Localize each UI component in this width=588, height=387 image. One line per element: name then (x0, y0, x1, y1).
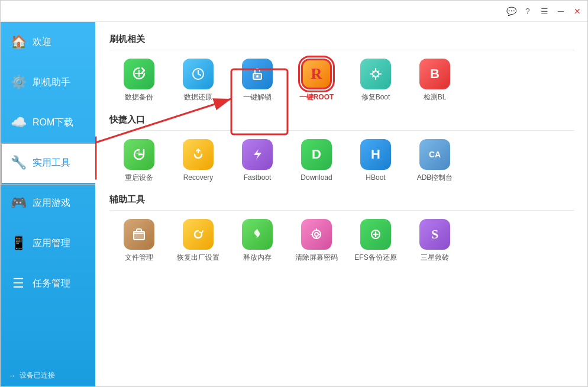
svg-rect-10 (95, 137, 96, 179)
tool-data-backup[interactable]: 数据备份 (115, 59, 163, 102)
sidebar-item-task-manage[interactable]: ☰ 任务管理 (1, 263, 95, 304)
free-memory-icon (242, 219, 273, 250)
tool-one-key-root[interactable]: R 一键ROOT (293, 59, 340, 102)
sidebar-item-label: 应用游戏 (33, 197, 70, 209)
tool-restart-device[interactable]: 重启设备 (115, 139, 163, 183)
connection-icon: ↔ (9, 372, 16, 380)
sidebar-item-label: 实用工具 (33, 157, 70, 169)
tool-adb-console[interactable]: CA ADB控制台 (411, 139, 458, 183)
svg-point-6 (315, 233, 318, 236)
efs-backup-label: EFS备份还原 (354, 253, 396, 263)
recovery-icon (183, 139, 214, 170)
fastboot-label: Fastboot (244, 173, 272, 183)
factory-reset-label: 恢复出厂设置 (177, 253, 219, 263)
app-manage-icon: 📱 (10, 236, 27, 251)
data-backup-icon (124, 59, 154, 89)
tool-efs-backup[interactable]: EFS备份还原 (352, 219, 399, 263)
tool-free-memory[interactable]: 释放内存 (234, 219, 281, 263)
restart-device-label: 重启设备 (125, 173, 153, 183)
title-bar-icons: 💬 ? ☰ ─ ✕ (505, 5, 584, 18)
clear-screen-pwd-label: 清除屏幕密码 (295, 253, 338, 263)
svg-point-8 (374, 233, 377, 236)
tool-download[interactable]: D Download (293, 139, 340, 183)
app-games-icon: 🎮 (10, 195, 27, 211)
sidebar-item-label: 应用管理 (33, 237, 70, 250)
adb-console-icon: CA (419, 139, 450, 170)
fix-boot-label: 修复Boot (361, 93, 390, 102)
file-manager-label: 文件管理 (125, 253, 153, 263)
chat-icon[interactable]: 💬 (505, 5, 518, 18)
task-manage-icon: ☰ (10, 276, 27, 291)
section-flash-related-title: 刷机相关 (109, 34, 574, 50)
svg-point-2 (256, 75, 259, 78)
section-quick-access: 快捷入口 重启设备 Recovery (109, 114, 574, 183)
content-area: 刷机相关 数据备份 数据还原 (95, 22, 588, 387)
flash-related-grid: 数据备份 数据还原 一键解锁 (115, 59, 574, 102)
minimize-icon[interactable]: ─ (554, 5, 567, 18)
section-flash-related: 刷机相关 数据备份 数据还原 (109, 34, 574, 102)
detect-bl-label: 检测BL (424, 93, 447, 102)
section-quick-access-title: 快捷入口 (109, 114, 574, 131)
sidebar-item-welcome[interactable]: 🏠 欢迎 (1, 22, 95, 62)
file-manager-icon (124, 219, 154, 250)
utility-tools-icon: 🔧 (10, 155, 27, 170)
help-icon[interactable]: ? (521, 5, 534, 18)
tool-data-restore[interactable]: 数据还原 (175, 59, 222, 102)
sidebar-item-app-games[interactable]: 🎮 应用游戏 (1, 183, 95, 223)
tool-recovery[interactable]: Recovery (175, 139, 222, 183)
rom-download-icon: ☁️ (10, 115, 27, 130)
section-assistant-tools: 辅助工具 文件管理 恢复出厂设置 (109, 194, 574, 263)
tool-unlock[interactable]: 一键解锁 (234, 59, 281, 102)
recovery-label: Recovery (183, 173, 214, 183)
app-window: 💬 ? ☰ ─ ✕ 🏠 欢迎 ⚙️ 刷机助手 ☁️ ROM下载 🔧 (1, 1, 588, 387)
tool-detect-bl[interactable]: B 检测BL (411, 59, 458, 102)
restart-device-icon (124, 139, 154, 170)
sidebar-item-label: 刷机助手 (33, 76, 70, 89)
data-restore-icon (183, 59, 214, 89)
sidebar-bottom-status: ↔ 设备已连接 (1, 363, 95, 387)
hboot-label: HBoot (366, 173, 385, 183)
detect-bl-icon: B (419, 59, 450, 89)
efs-backup-icon (360, 219, 391, 250)
sidebar-item-utility-tools[interactable]: 🔧 实用工具 (1, 143, 95, 183)
adb-console-label: ADB控制台 (417, 173, 453, 183)
welcome-icon: 🏠 (10, 34, 27, 50)
close-icon[interactable]: ✕ (571, 5, 584, 18)
free-memory-label: 释放内存 (243, 253, 272, 263)
clear-screen-pwd-icon (301, 219, 332, 250)
download-label: Download (301, 173, 332, 183)
main-layout: 🏠 欢迎 ⚙️ 刷机助手 ☁️ ROM下载 🔧 实用工具 🎮 应用游戏 📱 (1, 22, 588, 387)
tool-fix-boot[interactable]: 修复Boot (352, 59, 399, 102)
data-restore-label: 数据还原 (184, 93, 212, 102)
sidebar-item-label: ROM下载 (33, 117, 73, 129)
sidebar-item-label: 欢迎 (33, 36, 51, 49)
tool-hboot[interactable]: H HBoot (352, 139, 399, 183)
connection-status: 设备已连接 (20, 370, 55, 380)
samsung-rescue-icon: S (419, 219, 450, 250)
tool-file-manager[interactable]: 文件管理 (115, 219, 163, 263)
one-key-root-label: 一键ROOT (299, 93, 334, 102)
title-bar: 💬 ? ☰ ─ ✕ (1, 1, 588, 22)
sidebar-item-rom-download[interactable]: ☁️ ROM下载 (1, 102, 95, 143)
menu-icon[interactable]: ☰ (538, 5, 551, 18)
sidebar-item-flash-helper[interactable]: ⚙️ 刷机助手 (1, 62, 95, 102)
section-assistant-tools-title: 辅助工具 (109, 194, 574, 211)
fastboot-icon (242, 139, 273, 170)
one-key-root-icon: R (301, 59, 332, 89)
sidebar: 🏠 欢迎 ⚙️ 刷机助手 ☁️ ROM下载 🔧 实用工具 🎮 应用游戏 📱 (1, 22, 95, 387)
quick-access-grid: 重启设备 Recovery Fastboot (115, 139, 574, 183)
unlock-label: 一键解锁 (243, 93, 272, 102)
download-icon: D (301, 139, 332, 170)
sidebar-item-label: 任务管理 (33, 278, 70, 290)
samsung-rescue-label: 三星救砖 (421, 253, 449, 263)
data-backup-label: 数据备份 (125, 93, 153, 102)
assistant-tools-grid: 文件管理 恢复出厂设置 释放内存 (115, 219, 574, 263)
tool-samsung-rescue[interactable]: S 三星救砖 (411, 219, 458, 263)
flash-helper-icon: ⚙️ (10, 75, 27, 90)
hboot-icon: H (360, 139, 391, 170)
unlock-icon (242, 59, 273, 89)
tool-factory-reset[interactable]: 恢复出厂设置 (175, 219, 222, 263)
sidebar-item-app-manage[interactable]: 📱 应用管理 (1, 223, 95, 263)
tool-fastboot[interactable]: Fastboot (234, 139, 281, 183)
tool-clear-screen-pwd[interactable]: 清除屏幕密码 (293, 219, 340, 263)
